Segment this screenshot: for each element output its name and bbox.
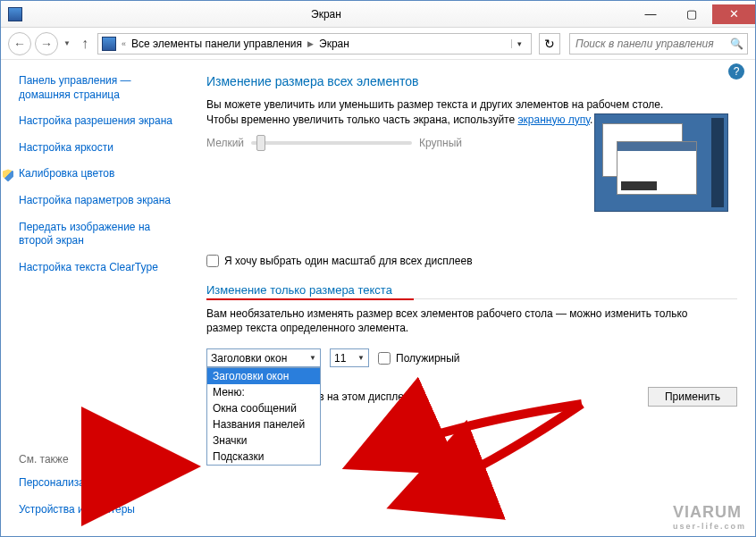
apply-button[interactable]: Применить — [648, 387, 737, 407]
chevron-down-icon: ▼ — [357, 354, 365, 362]
nav-history-dropdown[interactable]: ▼ — [62, 39, 72, 47]
content-pane: ? Изменение размера всех элементов Вы мо… — [189, 60, 755, 536]
body: Панель управления — домашняя страница На… — [1, 60, 755, 536]
refresh-button[interactable]: ↻ — [539, 33, 560, 55]
control-panel-icon — [102, 37, 116, 51]
dropdown-option[interactable]: Названия панелей — [207, 416, 320, 432]
search-icon[interactable]: 🔍 — [726, 38, 747, 50]
breadcrumb-item[interactable]: Экран — [319, 38, 349, 50]
breadcrumb[interactable]: « Все элементы панели управления ▶ Экран… — [97, 33, 532, 55]
annotation-underline — [206, 298, 414, 300]
window-title: Экран — [22, 8, 630, 21]
sidebar-link-resolution[interactable]: Настройка разрешения экрана — [19, 114, 185, 129]
single-scale-checkbox-row: Я хочу выбрать один масштаб для всех дис… — [206, 255, 737, 267]
sidebar-link-personalization[interactable]: Персонализация — [19, 476, 185, 491]
dropdown-option[interactable]: Заголовки окон — [207, 368, 320, 384]
text-size-controls: Заголовки окон ▼ Заголовки окон Меню: Ок… — [206, 348, 737, 367]
bold-checkbox-row: Полужирный — [378, 352, 460, 365]
chevron-icon: « — [120, 39, 128, 48]
bold-label[interactable]: Полужирный — [396, 352, 460, 365]
toolbar: ← → ▼ ↑ « Все элементы панели управления… — [1, 28, 755, 60]
nav-up-button[interactable]: ↑ — [76, 36, 94, 52]
help-icon[interactable]: ? — [728, 63, 744, 80]
text-size-description: Вам необязательно изменять размер всех э… — [206, 306, 689, 337]
sidebar: Панель управления — домашняя страница На… — [1, 60, 189, 536]
chevron-down-icon: ▼ — [309, 354, 316, 362]
breadcrumb-item[interactable]: Все элементы панели управления — [131, 38, 302, 50]
nav-forward-button[interactable]: → — [35, 32, 58, 55]
section-heading-resize-all: Изменение размера всех элементов — [206, 74, 737, 88]
close-button[interactable]: ✕ — [712, 4, 755, 24]
sidebar-link-devices-printers[interactable]: Устройства и принтеры — [19, 503, 185, 517]
bold-checkbox[interactable] — [378, 352, 391, 365]
element-type-combobox[interactable]: Заголовки окон ▼ Заголовки окон Меню: Ок… — [206, 348, 321, 367]
display-illustration — [594, 113, 728, 212]
window-controls: — ▢ ✕ — [630, 4, 755, 24]
element-type-dropdown-list: Заголовки окон Меню: Окна сообщений Назв… — [206, 367, 321, 466]
sidebar-link-cleartype[interactable]: Настройка текста ClearType — [19, 261, 185, 275]
slider-min-label: Мелкий — [206, 137, 244, 149]
dropdown-option[interactable]: Окна сообщений — [207, 400, 320, 416]
single-scale-checkbox[interactable] — [206, 255, 219, 267]
window-titlebar: Экран — ▢ ✕ — [1, 1, 755, 28]
sidebar-link-home[interactable]: Панель управления — домашняя страница — [19, 74, 185, 102]
section-heading-text-size: Изменение только размера текста — [206, 283, 737, 299]
breadcrumb-dropdown[interactable]: ▾ — [511, 39, 527, 48]
dropdown-option[interactable]: Подсказки — [207, 449, 320, 465]
dropdown-option[interactable]: Меню: — [207, 384, 320, 400]
slider-max-label: Крупный — [419, 137, 462, 149]
sidebar-link-project[interactable]: Передать изображение на второй экран — [19, 221, 185, 248]
search-box[interactable]: 🔍 — [569, 33, 748, 55]
single-scale-label[interactable]: Я хочу выбрать один масштаб для всех дис… — [224, 255, 473, 267]
dropdown-option[interactable]: Значки — [207, 432, 320, 449]
sidebar-link-display-settings[interactable]: Настройка параметров экрана — [19, 194, 185, 208]
sidebar-link-brightness[interactable]: Настройка яркости — [19, 141, 185, 155]
maximize-button[interactable]: ▢ — [671, 4, 712, 24]
scale-slider[interactable] — [251, 141, 412, 145]
minimize-button[interactable]: — — [630, 4, 671, 24]
app-icon — [8, 7, 22, 21]
slider-thumb[interactable] — [256, 135, 265, 151]
see-also-heading: См. также — [19, 453, 185, 466]
font-size-combobox[interactable]: 11 ▼ — [330, 348, 369, 367]
search-input[interactable] — [570, 38, 726, 50]
sidebar-link-color-calibration[interactable]: Калибровка цветов — [19, 167, 185, 181]
magnifier-link[interactable]: экранную лупу — [517, 113, 590, 126]
chevron-right-icon: ▶ — [306, 39, 315, 48]
nav-back-button[interactable]: ← — [8, 32, 31, 55]
